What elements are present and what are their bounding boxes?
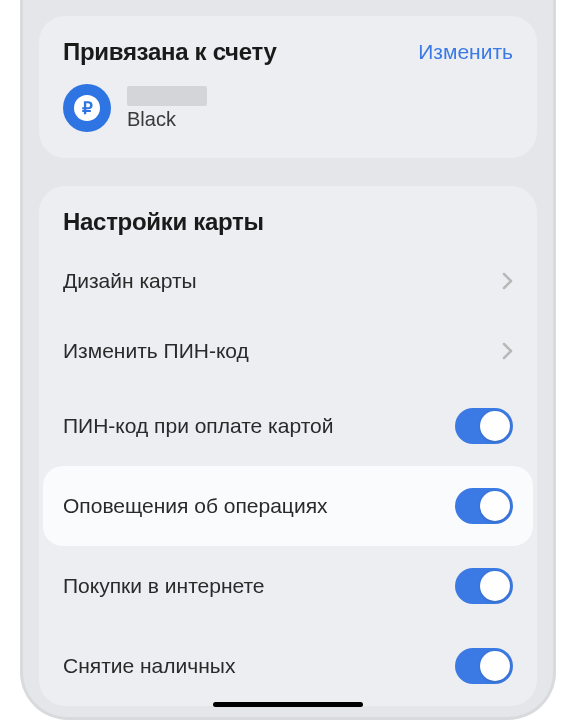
row-internet-purchases: Покупки в интернете	[39, 546, 537, 626]
row-label: Дизайн карты	[63, 269, 197, 293]
ruble-icon: ₽	[63, 84, 111, 132]
row-label: Снятие наличных	[63, 654, 235, 678]
account-title: Привязана к счету	[63, 38, 277, 66]
row-label: Изменить ПИН-код	[63, 339, 249, 363]
row-label: Оповещения об операциях	[63, 494, 328, 518]
account-row[interactable]: ₽ Black	[63, 84, 513, 132]
settings-title: Настройки карты	[39, 208, 537, 236]
row-change-pin[interactable]: Изменить ПИН-код	[39, 316, 537, 386]
chevron-right-icon	[502, 272, 513, 290]
change-button[interactable]: Изменить	[418, 40, 513, 64]
settings-section: Настройки карты Дизайн карты Изменить ПИ…	[39, 186, 537, 706]
chevron-right-icon	[502, 342, 513, 360]
account-info: Black	[127, 86, 207, 131]
home-indicator[interactable]	[213, 702, 363, 707]
toggle-pin-on-payment[interactable]	[455, 408, 513, 444]
account-card: Привязана к счету Изменить ₽ Black	[39, 16, 537, 158]
row-label: Покупки в интернете	[63, 574, 265, 598]
row-operation-notifications: Оповещения об операциях	[43, 466, 533, 546]
phone-frame: Привязана к счету Изменить ₽ Black Настр…	[20, 0, 556, 720]
account-name-redacted	[127, 86, 207, 106]
row-label: ПИН-код при оплате картой	[63, 414, 333, 438]
row-card-design[interactable]: Дизайн карты	[39, 246, 537, 316]
ruble-symbol: ₽	[74, 95, 100, 121]
account-header: Привязана к счету Изменить	[63, 38, 513, 66]
toggle-internet-purchases[interactable]	[455, 568, 513, 604]
row-pin-on-payment: ПИН-код при оплате картой	[39, 386, 537, 466]
toggle-operation-notifications[interactable]	[455, 488, 513, 524]
account-type-label: Black	[127, 108, 207, 131]
toggle-cash-withdrawal[interactable]	[455, 648, 513, 684]
row-cash-withdrawal: Снятие наличных	[39, 626, 537, 706]
